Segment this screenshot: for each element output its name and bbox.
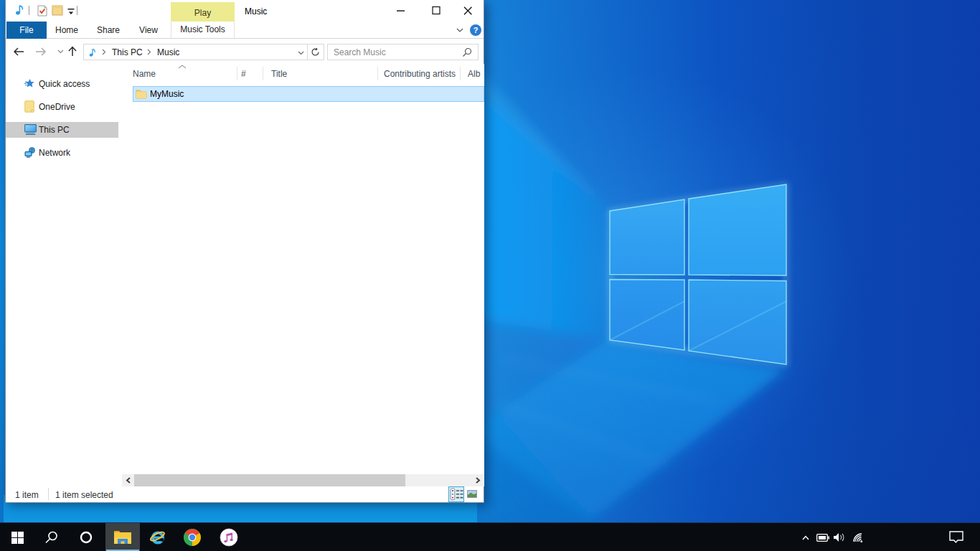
- svg-text:?: ?: [473, 26, 479, 34]
